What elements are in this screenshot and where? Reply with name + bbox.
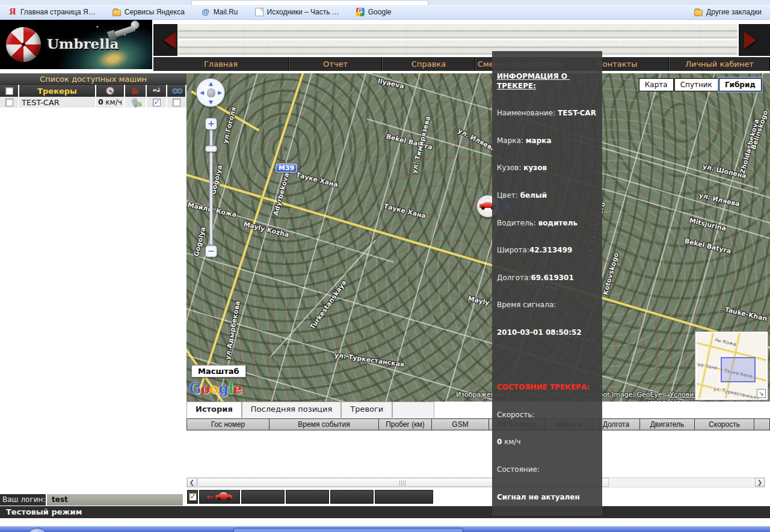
select-all-checkbox[interactable] (5, 87, 13, 95)
header-cell-engine[interactable]: Двигатель (640, 418, 695, 430)
map-type-switcher: Карта Спутник Гибрид (639, 78, 762, 91)
header-texture-band (178, 24, 738, 57)
pan-up-icon[interactable]: ▲ (209, 81, 213, 87)
extra-checkbox[interactable] (173, 99, 180, 106)
pan-right-icon[interactable]: ▶ (218, 90, 222, 96)
zoom-out-button[interactable]: − (205, 245, 217, 257)
results-tabs: История Последняя позиция Тревоги (186, 402, 434, 418)
header-cell-gsm[interactable]: GSM (432, 418, 489, 430)
header-cell-mileage[interactable]: Пробег (км) (379, 418, 432, 430)
street-label: Тауке Хана (295, 171, 339, 189)
tab-filler (392, 402, 434, 418)
nav-item-report[interactable]: Отчет (289, 57, 382, 71)
at-icon: @ (202, 8, 210, 16)
street-label: ул. Туркестанская (334, 351, 405, 368)
phone-icon[interactable] (131, 97, 140, 108)
arrow-left-icon (155, 32, 176, 49)
other-bookmarks[interactable]: Другие закладки (686, 5, 770, 19)
folder-icon (694, 10, 703, 16)
gears-icon[interactable]: ⚙⚙ (167, 85, 185, 97)
tracker-name[interactable]: TEST-CAR (19, 97, 96, 108)
monitor-checkbox[interactable] (153, 99, 161, 106)
header-cell-plate[interactable]: Гос номер (186, 418, 270, 430)
tab-last-position[interactable]: Последняя позиция (242, 402, 341, 418)
tab-alarms[interactable]: Тревоги (341, 402, 392, 418)
bookmark-item[interactable]: Google (348, 5, 400, 19)
map-type-hybrid-button[interactable]: Гибрид (719, 78, 762, 91)
nav-item-home[interactable]: Главная (153, 57, 289, 71)
nav-item-help[interactable]: Справка (382, 57, 475, 71)
minimap-collapse-button[interactable]: ↘ (757, 389, 766, 398)
quick-empty-button[interactable] (286, 490, 329, 504)
red-check-icon (189, 493, 197, 501)
minimap-viewport[interactable] (721, 357, 756, 382)
map-type-satellite-button[interactable]: Спутник (674, 78, 718, 91)
popup-field: Долгота:69.619301 (497, 274, 597, 283)
bookmark-item[interactable]: Сервисы Яндекса (104, 5, 193, 19)
red-arrow-left-icon: ← (207, 492, 214, 501)
google-logo[interactable]: Google (189, 380, 242, 397)
satellite-icon[interactable] (147, 85, 167, 97)
street-label: ул. Иляева (698, 191, 741, 208)
bookmark-label: Google (368, 8, 392, 16)
zoom-handle[interactable] (205, 145, 217, 152)
header-cell-event-time[interactable]: Время события (270, 418, 379, 430)
header-forward-button[interactable] (739, 24, 770, 56)
scroll-left-button[interactable]: ❮ (187, 478, 197, 487)
bookmark-label: Mail.Ru (214, 8, 238, 16)
quick-select-button[interactable] (187, 490, 198, 504)
signal-icon[interactable] (125, 85, 147, 97)
login-value: test (47, 494, 183, 506)
horizontal-scrollbar[interactable]: ❮ ❯ (186, 477, 765, 488)
zoom-in-button[interactable]: + (205, 118, 217, 130)
popup-field: Марка: марка (497, 136, 597, 145)
tab-history[interactable]: История (186, 402, 242, 418)
minimap-label: ул. Туркестанская (713, 386, 760, 399)
arrow-right-icon (744, 32, 765, 49)
minimap[interactable]: лы Кожа ке Хана Тауке Хана ул. Туркестан… (695, 331, 768, 400)
bookmark-item[interactable]: Исходники – Часть … (247, 5, 348, 19)
scroll-right-button[interactable]: ❯ (755, 478, 765, 487)
scroll-grip (399, 480, 407, 486)
start-button[interactable] (26, 528, 48, 532)
trackers-header-row: Трекеры ⚙⚙ (0, 85, 186, 97)
nav-item-account[interactable]: Личный кабинет (669, 57, 770, 71)
pan-left-icon[interactable]: ◀ (200, 90, 204, 96)
browser-active-tab[interactable] (191, 0, 428, 5)
quick-empty-button[interactable] (375, 490, 433, 504)
bookmark-item[interactable]: ЯГлавная страница Я… (0, 5, 104, 19)
trackers-column-header[interactable]: Трекеры (19, 85, 96, 97)
quick-empty-button[interactable] (241, 490, 285, 504)
minimap-label: ке Хана (697, 362, 718, 371)
bookmarks-bar: ЯГлавная страница Я… Сервисы Яндекса @Ma… (0, 5, 770, 20)
map-canvas[interactable]: Ilyaeva ул. Иляева Bekel Batyra ул. Тими… (186, 73, 770, 402)
popup-field: Водитель: водитель (497, 219, 597, 228)
taskbar-window-button[interactable] (233, 528, 463, 532)
popup-field: Кузов: кузов (497, 164, 597, 173)
street-label: Tauke-Khan (724, 305, 768, 323)
speed-value: 0 (98, 98, 103, 106)
speedometer-icon[interactable] (96, 85, 125, 97)
m39-route-badge: M39 (276, 164, 297, 173)
tracker-row[interactable]: TEST-CAR 0 км/ч (0, 97, 186, 108)
popup-status-label: Состояние: (497, 465, 597, 474)
tracker-popup: ИНФОРМАЦИЯ О ТРЕКЕРЕ: Наименование: TEST… (492, 51, 602, 516)
quick-car-button[interactable]: ← (199, 490, 240, 504)
tracker-checkbox[interactable] (5, 99, 13, 106)
bookmark-item[interactable]: @Mail.Ru (193, 5, 247, 19)
popup-title: ИНФОРМАЦИЯ О ТРЕКЕРЕ: (497, 72, 597, 90)
header-back-button[interactable] (153, 24, 177, 56)
pan-control[interactable]: ▲ ▼ ◀ ▶ (196, 78, 225, 107)
scale-button[interactable]: Масштаб (191, 365, 246, 378)
taskbar[interactable] (0, 526, 770, 532)
brand-title: Umbrella (47, 35, 119, 52)
logo-letter: g (219, 380, 229, 397)
quick-buttons: ← (187, 490, 433, 504)
map-type-map-button[interactable]: Карта (639, 78, 674, 91)
header-cell-speed[interactable]: Скорость (695, 418, 754, 430)
pan-down-icon[interactable]: ▼ (209, 100, 213, 105)
google-icon (356, 8, 365, 16)
app-logo: Umbrella (0, 20, 152, 69)
quick-empty-button[interactable] (330, 490, 374, 504)
popup-status-value: Сигнал не актуален (497, 493, 597, 502)
